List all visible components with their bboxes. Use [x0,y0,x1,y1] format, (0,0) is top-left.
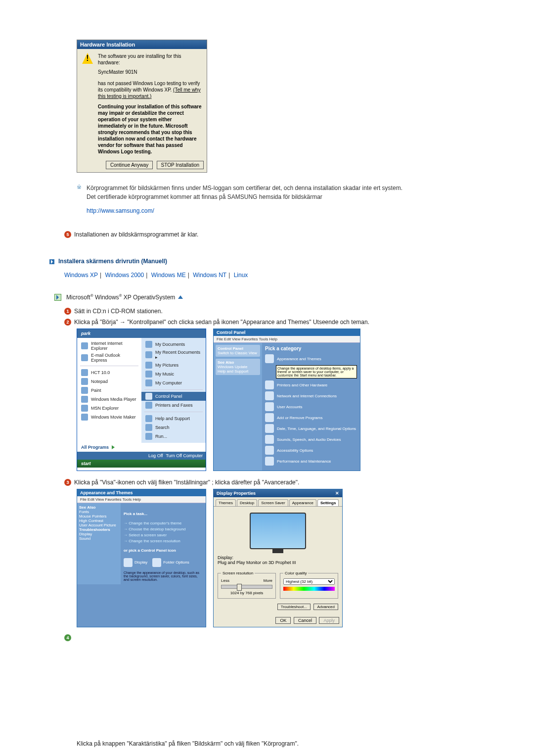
start-right-item[interactable]: My Music [141,370,206,378]
category-icon [265,354,274,363]
pick-task-heading: Pick a task... [124,512,203,516]
app-icon [81,405,88,412]
resolution-value: 1024 by 768 pixels [221,591,272,595]
asterisk-icon: ※ [77,184,85,215]
at-cp-icon[interactable]: Folder Options [152,558,189,567]
start-left-item[interactable]: Internet Internet Explorer [77,340,141,352]
cp-category[interactable]: Printers and Other Hardware [265,380,357,389]
folder-icon [145,371,152,378]
start-right-item[interactable]: Run... [141,432,206,441]
display-icon [152,558,161,567]
samsung-link[interactable]: http://www.samsung.com/ [87,207,154,214]
step-1-icon: 1 [64,308,71,315]
continue-anyway-button[interactable]: Continue Anyway [106,161,153,169]
ok-button[interactable]: OK [275,617,291,624]
pick-category-heading: Pick a category [265,346,357,351]
display-icon [124,558,133,567]
at-cp-icon[interactable]: Display [124,558,147,567]
dp-tab-appearance[interactable]: Appearance [289,499,316,506]
link-linux[interactable]: Linux [234,272,248,279]
folder-icon [145,351,152,358]
start-left-item[interactable]: HCT 10.0 [77,368,141,377]
at-task[interactable]: → Choose the desktop background [124,527,203,531]
advanced-button[interactable]: Advanced [313,604,338,610]
cancel-button[interactable]: Cancel [294,617,316,624]
at-task[interactable]: → Select a screen saver [124,533,203,537]
control-panel-screenshot: Control Panel File Edit View Favorites T… [213,329,360,471]
stop-installation-button[interactable]: STOP Installation [157,161,204,169]
start-left-item[interactable]: MSN Explorer [77,404,141,413]
chevron-right-icon [112,445,115,449]
start-left-item[interactable]: Windows Media Player [77,395,141,404]
cp-category[interactable]: Performance and Maintenance [265,457,357,466]
dlg-device: SyncMaster 901N [98,69,202,75]
at-toolbar: File Edit View Favorites Tools Help [77,496,206,503]
app-icon [81,396,88,403]
start-right-item[interactable]: My Pictures [141,361,206,370]
at-side-troubleshoot: TroubleshootersDisplaySound [79,527,119,541]
cp-category[interactable]: Add or Remove Programs [265,413,357,422]
close-icon[interactable]: ✕ [335,491,339,496]
category-icon [265,402,274,411]
apply-button[interactable]: Apply [319,617,339,624]
switch-classic-link[interactable]: Switch to Classic View [218,351,257,355]
all-programs[interactable]: All Programs [77,443,206,452]
link-windows-xp[interactable]: Windows XP [64,272,98,279]
start-right-item[interactable]: My Recent Documents ▸ [141,349,206,361]
dp-tab-themes[interactable]: Themes [216,499,236,506]
app-icon [81,414,88,421]
dp-tab-settings[interactable]: Settings [317,499,339,506]
cp-category[interactable]: Appearance and Themes [265,354,357,363]
note-body: Körprogrammet för bildskärmen finns unde… [87,184,402,215]
cp-category[interactable]: Sounds, Speech, and Audio Devices [265,435,357,444]
dp-tab-desktop[interactable]: Desktop [237,499,257,506]
start-right-item[interactable]: My Documents [141,340,206,349]
start-left-item[interactable]: E-mail Outlook Express [77,352,141,364]
step-3-text: Klicka på "Visa"-ikonen och välj fliken … [74,479,299,486]
step-5-icon: 5 [64,231,71,238]
folder-icon [145,402,152,409]
start-right-item[interactable]: My Computer [141,378,206,387]
folder-icon [145,433,152,440]
start-right-item[interactable]: Printers and Faxes [141,401,206,410]
troubleshoot-button[interactable]: Troubleshoot... [277,604,311,610]
cp-category[interactable]: Date, Time, Language, and Regional Optio… [265,424,357,433]
dlg-warning-bold: Continuing your installation of this sof… [98,103,202,155]
link-windows-me[interactable]: Windows ME [151,272,186,279]
display-label: Display: [218,555,338,560]
category-icon [265,424,274,433]
dp-tab-screen-saver[interactable]: Screen Saver [258,499,288,506]
turn-off-button[interactable]: Turn Off Computer [166,453,203,458]
at-task[interactable]: → Change the screen resolution [124,539,203,543]
start-control-panel-item[interactable]: Control Panel [141,392,206,401]
section-bullet-icon [49,259,54,264]
cp-tooltip: Change the appearance of desktop items, … [276,365,357,378]
app-icon [81,342,88,349]
os-heading: Microsoft® Windows® XP OperativSystem [66,293,175,301]
link-windows-2000[interactable]: Windows 2000 [105,272,144,279]
link-windows-nt[interactable]: Windows NT [193,272,226,279]
at-tooltip: Change the appearance of your desktop, s… [124,571,203,581]
start-button[interactable]: start [77,460,206,468]
step-2-icon: 2 [64,319,71,326]
start-left-item[interactable]: Windows Movie Maker [77,413,141,422]
log-off-button[interactable]: Log Off [148,453,163,458]
start-menu-screenshot: park Internet Internet ExplorerE-mail Ou… [77,329,206,471]
start-left-item[interactable]: Paint [77,386,141,395]
at-task[interactable]: → Change the computer's theme [124,521,203,525]
category-icon [265,457,274,466]
cp-category[interactable]: User Accounts [265,402,357,411]
dlg-line1: The software you are installing for this… [98,53,202,66]
collapse-up-icon[interactable] [178,295,183,299]
start-right-item[interactable]: Search [141,423,206,432]
color-quality-select[interactable]: Highest (32 bit) [283,578,335,585]
start-left-item[interactable]: Notepad [77,377,141,386]
os-links: Windows XP| Windows 2000| Windows ME| Wi… [64,272,534,279]
category-icon [265,435,274,444]
warning-icon: ! [82,53,93,64]
resolution-slider[interactable] [221,585,272,589]
start-right-item[interactable]: Help and Support [141,414,206,423]
cp-category[interactable]: Accessibility Options [265,446,357,455]
folder-icon [145,393,152,400]
cp-category[interactable]: Network and Internet Connections [265,391,357,400]
